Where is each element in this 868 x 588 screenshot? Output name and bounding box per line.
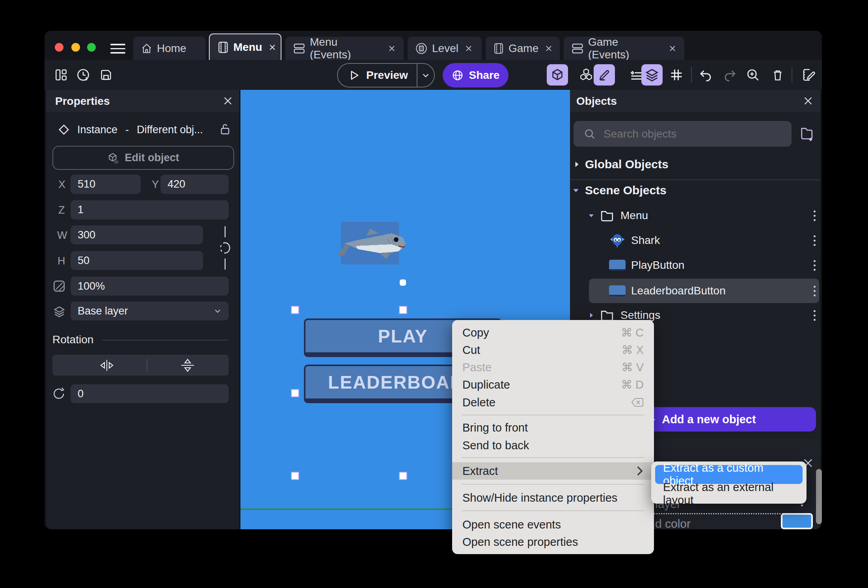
opacity-field[interactable] (71, 277, 229, 296)
menu-item-bring-to-front[interactable]: Bring to front (452, 419, 654, 436)
tab-close-icon[interactable] (545, 45, 553, 52)
tab-close-icon[interactable] (268, 43, 276, 51)
x-field[interactable] (71, 175, 141, 194)
kebab-menu-icon[interactable] (814, 260, 816, 271)
tab-menu[interactable]: Menu (209, 33, 281, 60)
y-field[interactable] (160, 175, 229, 194)
menu-separator (462, 484, 644, 485)
link-dimensions-icon[interactable] (216, 225, 231, 270)
rotation-field[interactable] (71, 384, 229, 403)
tab-game[interactable]: Game (486, 37, 560, 60)
properties-close-button[interactable] (222, 95, 234, 107)
mini-panel-scrollbar[interactable] (816, 469, 822, 524)
selection-handle-middle-left[interactable] (291, 389, 299, 397)
selection-handle-bottom-left[interactable] (291, 472, 299, 480)
menu-shortcut: ⌘ D (621, 378, 644, 391)
layers-panel-toggle[interactable] (641, 64, 663, 86)
share-label: Share (469, 69, 500, 82)
tab-close-icon[interactable] (388, 45, 396, 52)
tree-item-leaderboardbutton[interactable]: LeaderboardButton (570, 279, 820, 303)
menu-item-show-hide-instance-properties[interactable]: Show/Hide instance properties (452, 489, 654, 506)
menu-item-cut[interactable]: Cut⌘ X (452, 341, 654, 359)
objects-header: Objects (570, 90, 820, 112)
menu-item-open-scene-properties[interactable]: Open scene properties (452, 533, 654, 551)
menu-item-open-scene-events[interactable]: Open scene events (452, 516, 654, 533)
edit-object-label: Edit object (125, 152, 179, 164)
rotate-handle[interactable] (400, 279, 406, 286)
submenu-item-extract-external-layout[interactable]: Extract as an external layout (655, 486, 803, 502)
selection-handle-bottom-center[interactable] (399, 472, 407, 480)
menu-item-label: Cut (462, 344, 480, 357)
shark-sprite[interactable] (332, 220, 407, 266)
kebab-menu-icon[interactable] (814, 310, 816, 321)
z-field[interactable] (71, 200, 229, 220)
events-icon (572, 43, 583, 54)
global-objects-row[interactable]: Global Objects (570, 152, 820, 177)
menu-item-label: Open scene properties (462, 536, 578, 549)
main-menu-icon[interactable] (110, 41, 125, 56)
opacity-icon (52, 279, 66, 293)
zoom-window-button[interactable] (87, 43, 96, 52)
w-field[interactable] (71, 225, 203, 244)
tree-item-shark[interactable]: Shark (570, 228, 820, 253)
flip-vertical-icon[interactable] (180, 359, 196, 372)
tree-folder-menu[interactable]: Menu (570, 203, 820, 228)
tab-game-events[interactable]: Game (Events) (564, 37, 684, 60)
background-color-swatch[interactable] (781, 513, 813, 529)
edit-object-button[interactable]: 2D Edit object (52, 146, 234, 170)
properties-panel: Properties Instance - Different obj... 2… (46, 90, 239, 529)
h-field[interactable] (71, 251, 203, 270)
edit-scene-properties-button[interactable] (801, 68, 816, 82)
delete-button[interactable] (771, 68, 785, 82)
preview-dropdown-button[interactable] (417, 71, 434, 80)
menu-item-extract[interactable]: Extract (452, 462, 654, 480)
properties-header: Properties (46, 90, 239, 112)
menu-item-duplicate[interactable]: Duplicate⌘ D (452, 376, 654, 393)
save-button[interactable] (99, 68, 113, 82)
tab-close-icon[interactable] (465, 45, 473, 52)
minimize-window-button[interactable] (71, 43, 80, 52)
tab-menu-events[interactable]: Menu (Events) (285, 37, 404, 60)
kebab-menu-icon[interactable] (814, 286, 816, 296)
3d-view-toggle[interactable] (547, 64, 568, 86)
tab-close-icon[interactable] (669, 45, 676, 52)
menu-item-send-to-back[interactable]: Send to back (452, 437, 654, 454)
preview-button[interactable]: Preview (337, 63, 435, 87)
selection-handle-top-left[interactable] (291, 306, 299, 314)
objects-blocks-button[interactable] (579, 68, 593, 82)
menu-shortcut: ⌘ V (622, 361, 644, 374)
search-input[interactable] (603, 127, 792, 141)
share-button[interactable]: Share (443, 63, 509, 87)
pencil-icon (598, 69, 611, 81)
tree-item-playbutton[interactable]: PlayButton (570, 253, 820, 277)
edit-mode-toggle[interactable] (594, 64, 615, 86)
tab-home[interactable]: Home (133, 37, 206, 60)
layer-select[interactable]: Base layer (71, 301, 229, 320)
history-button[interactable] (76, 68, 90, 82)
redo-button[interactable] (723, 68, 737, 82)
unlock-icon[interactable] (220, 123, 231, 136)
scene-objects-row[interactable]: Scene Objects (570, 178, 820, 203)
zoom-in-button[interactable] (746, 68, 760, 82)
scene-objects-label: Scene Objects (585, 184, 667, 197)
menu-item-delete[interactable]: Delete (452, 394, 654, 411)
kebab-menu-icon[interactable] (814, 210, 816, 221)
add-folder-icon[interactable] (800, 126, 815, 142)
undo-button[interactable] (698, 68, 713, 82)
objects-title: Objects (576, 95, 617, 108)
grid-button[interactable] (669, 68, 684, 82)
menu-item-copy[interactable]: Copy⌘ C (452, 324, 654, 341)
objects-close-button[interactable] (802, 95, 814, 107)
caret-down-icon (572, 187, 579, 194)
selection-handle-top-center[interactable] (399, 306, 407, 314)
menu-item-paste[interactable]: Paste⌘ V (452, 359, 654, 376)
flip-horizontal-icon[interactable] (99, 359, 115, 372)
close-window-button[interactable] (55, 43, 63, 52)
rotation-angle-icon (52, 386, 67, 401)
tab-level[interactable]: Level (408, 37, 482, 60)
level-icon (415, 43, 427, 54)
kebab-menu-icon[interactable] (814, 235, 816, 246)
panels-layout-button[interactable] (54, 68, 68, 82)
tree-item-label: Shark (631, 234, 660, 247)
scene-icon (494, 43, 504, 54)
